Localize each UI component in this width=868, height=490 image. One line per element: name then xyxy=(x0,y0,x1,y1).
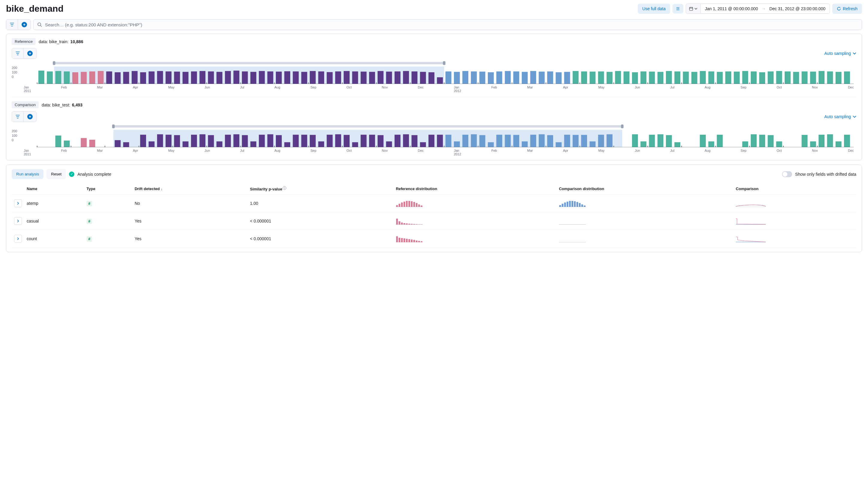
svg-rect-202 xyxy=(607,134,613,147)
svg-rect-30 xyxy=(157,71,163,84)
col-drift[interactable]: Drift detected ↓ xyxy=(132,183,248,195)
svg-rect-267 xyxy=(574,202,576,207)
svg-rect-108 xyxy=(818,71,825,84)
svg-rect-42 xyxy=(259,71,265,84)
run-analysis-button[interactable]: Run analysis xyxy=(12,169,43,179)
svg-rect-204 xyxy=(641,141,646,147)
expand-row-button[interactable] xyxy=(14,200,22,207)
svg-point-4 xyxy=(677,9,678,10)
svg-rect-249 xyxy=(396,205,398,207)
col-name[interactable]: Name xyxy=(24,183,84,195)
svg-rect-156 xyxy=(216,141,222,147)
comparison-sampling-dropdown[interactable]: Auto sampling xyxy=(824,114,856,119)
svg-rect-38 xyxy=(225,71,231,84)
svg-rect-254 xyxy=(408,201,410,207)
x-tick: Jul xyxy=(670,149,674,156)
svg-rect-25 xyxy=(115,72,121,84)
y-tick: 0 xyxy=(12,75,17,79)
svg-rect-85 xyxy=(624,71,630,84)
svg-rect-58 xyxy=(395,71,401,84)
calendar-button[interactable] xyxy=(686,4,701,13)
svg-point-10 xyxy=(38,23,41,26)
svg-rect-277 xyxy=(404,223,405,224)
comparison-add-filter-button[interactable]: + xyxy=(23,112,36,122)
search-input[interactable] xyxy=(45,22,858,27)
x-tick: Jul xyxy=(240,86,244,93)
use-full-data-button[interactable]: Use full data xyxy=(638,4,670,14)
svg-rect-27 xyxy=(132,71,137,84)
chevron-right-icon xyxy=(17,237,20,240)
svg-rect-59 xyxy=(403,71,409,84)
options-button[interactable] xyxy=(673,4,683,13)
reference-chart[interactable]: 200 100 0 Jan2011FebMarAprMayJunJulAugSe… xyxy=(12,61,856,93)
svg-rect-276 xyxy=(401,222,403,224)
col-type[interactable]: Type xyxy=(84,183,132,195)
svg-rect-205 xyxy=(649,135,655,147)
reference-data-label: data: bike_train: 10,886 xyxy=(39,39,83,44)
reset-button[interactable]: Reset xyxy=(46,169,66,179)
calendar-icon xyxy=(689,7,693,11)
search-box[interactable] xyxy=(33,19,862,30)
reference-filter-button[interactable] xyxy=(12,48,23,59)
drift-only-toggle[interactable] xyxy=(782,171,792,177)
refresh-button[interactable]: Refresh xyxy=(832,4,862,14)
x-tick: Apr xyxy=(133,86,138,93)
table-row: casual # Yes < 0.000001 xyxy=(12,212,856,230)
cell-comp-dist xyxy=(556,230,733,248)
svg-rect-98 xyxy=(734,72,740,84)
svg-rect-188 xyxy=(488,142,494,147)
x-tick: Mar xyxy=(527,86,533,93)
svg-rect-162 xyxy=(268,134,274,147)
col-comp-dist[interactable]: Comparison distribution xyxy=(556,183,733,195)
number-type-icon: # xyxy=(87,201,92,206)
svg-rect-106 xyxy=(802,71,808,84)
svg-rect-295 xyxy=(413,240,415,242)
svg-rect-144 xyxy=(89,140,95,147)
col-comp[interactable]: Comparison xyxy=(733,183,856,195)
x-tick: Mar xyxy=(97,149,103,156)
col-ref-dist[interactable]: Reference distribution xyxy=(393,183,556,195)
reference-sampling-dropdown[interactable]: Auto sampling xyxy=(824,51,856,56)
svg-rect-199 xyxy=(581,135,587,147)
cell-compare xyxy=(733,195,856,212)
svg-rect-153 xyxy=(191,135,197,147)
col-pvalue[interactable]: Similarity p-valuei xyxy=(248,183,393,195)
add-filter-button[interactable]: + xyxy=(18,20,31,30)
svg-rect-259 xyxy=(421,206,423,207)
svg-rect-171 xyxy=(344,135,350,147)
filter-icon xyxy=(10,23,14,27)
expand-row-button[interactable] xyxy=(14,235,22,243)
comparison-chart[interactable]: 200 100 0 Jan2011FebMarAprMayJunJulAugSe… xyxy=(12,124,856,156)
cell-drift: Yes xyxy=(132,230,248,248)
svg-rect-290 xyxy=(401,238,403,242)
date-range-picker[interactable]: Jan 1, 2011 @ 00:00:00.000 → Dec 31, 201… xyxy=(686,4,830,14)
expand-row-button[interactable] xyxy=(14,217,22,225)
number-type-icon: # xyxy=(87,219,92,224)
svg-rect-107 xyxy=(810,72,816,84)
filter-button[interactable] xyxy=(6,20,18,30)
svg-rect-191 xyxy=(513,135,519,147)
svg-rect-182 xyxy=(437,135,443,147)
drift-only-label: Show only fields with drifted data xyxy=(795,172,856,177)
x-tick: Nov xyxy=(812,149,818,156)
svg-rect-67 xyxy=(471,71,477,84)
svg-rect-219 xyxy=(818,135,825,147)
chevron-right-icon xyxy=(17,202,20,205)
svg-rect-61 xyxy=(420,72,426,84)
reference-filter-group: + xyxy=(12,48,37,59)
x-tick: Nov xyxy=(382,86,388,93)
x-tick: Aug xyxy=(705,86,711,93)
x-tick: Aug xyxy=(274,149,280,156)
svg-rect-109 xyxy=(827,71,833,84)
svg-rect-151 xyxy=(174,135,180,147)
comparison-filter-button[interactable] xyxy=(12,112,23,122)
x-tick: Mar xyxy=(527,149,533,156)
svg-rect-44 xyxy=(276,72,282,84)
x-tick: Sep xyxy=(741,86,747,93)
x-tick: May xyxy=(168,149,175,156)
reference-add-filter-button[interactable]: + xyxy=(23,48,36,59)
svg-rect-36 xyxy=(208,71,214,84)
svg-rect-175 xyxy=(377,135,383,147)
svg-rect-68 xyxy=(479,72,486,84)
y-tick: 0 xyxy=(12,138,17,142)
